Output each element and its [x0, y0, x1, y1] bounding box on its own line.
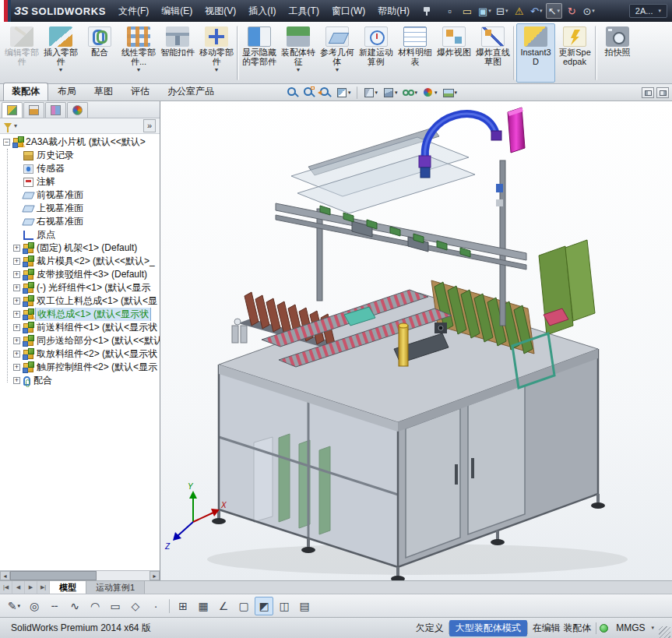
tree-expand-toggle[interactable]	[13, 351, 20, 358]
ribbon-tab[interactable]: 评估	[122, 83, 158, 100]
tree-item[interactable]: ⚠ 上视基准面	[12, 202, 160, 215]
tree-item[interactable]: ⚠ 取放料组件<2> (默认<显示状	[12, 347, 160, 361]
ribbon-button[interactable]: 智能扣件 ▼	[158, 23, 197, 83]
next-tab-button[interactable]: ▶	[25, 581, 37, 594]
hud-button[interactable]: ▾	[357, 86, 357, 99]
tree-item[interactable]: ⚠ 前送料组件<1> (默认<显示状	[12, 321, 160, 334]
ribbon-button[interactable]: 插入零部件 ▼	[41, 23, 80, 83]
sketch-tool[interactable]: ✎ ▾	[5, 597, 23, 615]
ribbon-button[interactable]: 显示隐藏的零部件 ▼	[240, 23, 279, 83]
zoom-to-area-button[interactable]: ▾	[301, 86, 317, 99]
ribbon-button[interactable]: 爆炸直线草图 ▼	[473, 23, 512, 83]
menu-item[interactable]: 文件(F)	[112, 1, 155, 22]
tree-expand-toggle[interactable]	[13, 364, 20, 371]
options-icon[interactable]: ⊙ ▾	[581, 3, 596, 19]
tree-expand-toggle[interactable]	[13, 245, 20, 252]
arc-tool[interactable]: ◠ ▾	[86, 597, 104, 615]
ribbon-button[interactable]: 编辑零部件 ▼	[2, 23, 41, 83]
tree-item[interactable]: ⚠ 收料总成<1> (默认<显示状	[12, 308, 160, 321]
property-manager-tab[interactable]	[23, 102, 44, 118]
tree-expand-toggle[interactable]	[13, 284, 20, 291]
rebuild-icon[interactable]: ↻ ▾	[564, 3, 579, 19]
scrollbar-track[interactable]	[10, 571, 150, 580]
tree-horizontal-scrollbar[interactable]: ◂ ▸	[0, 570, 160, 580]
point-tool[interactable]: · ▾	[146, 597, 165, 615]
linear-pattern-tool[interactable]: ⊞ ▾	[174, 597, 192, 615]
ribbon-button[interactable]: 移动零部件 ▼	[197, 23, 236, 83]
display-manager-tab[interactable]	[67, 102, 88, 118]
menu-item[interactable]: 插入(I)	[242, 1, 282, 22]
tree-item[interactable]: ⚠ 同步送给部分<1> (默认<<默认	[12, 334, 160, 347]
previous-tab-button[interactable]: ◀	[12, 581, 25, 594]
rectangle-tool[interactable]: ▭ ▾	[106, 597, 125, 615]
flyout-expand-button[interactable]: »	[143, 119, 156, 132]
collapse-right-pane-button[interactable]	[656, 87, 669, 98]
tree-item[interactable]: ⚠ 历史记录	[12, 149, 160, 162]
errors-icon[interactable]: ⚠ ▾	[512, 3, 527, 19]
tree-expand-toggle[interactable]	[13, 337, 20, 344]
ribbon-tab[interactable]: 布局	[49, 83, 85, 100]
feature-manager-tab[interactable]	[2, 102, 23, 118]
ribbon-button[interactable]: 装配体特征 ▼	[279, 23, 318, 83]
tree-item[interactable]: ⚠ 双工位上料总成<1> (默认<显	[12, 294, 160, 308]
tree-expand-toggle[interactable]	[13, 271, 20, 278]
ribbon-button[interactable]: 拍快照 ▼	[598, 23, 637, 83]
tree-item[interactable]: ⚠ (-) 光纤组件<1> (默认<显示	[12, 281, 160, 294]
model-top-covers[interactable]	[291, 128, 475, 213]
menu-item[interactable]: 帮助(H)	[371, 1, 416, 22]
collapse-left-pane-button[interactable]	[642, 87, 654, 98]
tree-item[interactable]: ⚠ 右视基准面	[12, 215, 160, 228]
wireframe-cube-tool[interactable]: ▢ ▾	[234, 597, 253, 615]
ribbon-tab[interactable]: 办公室产品	[159, 83, 223, 100]
ribbon-button[interactable]: ▼	[513, 26, 515, 80]
model-canvas[interactable]: Y X Z	[160, 101, 672, 580]
ribbon-button[interactable]: Instant3D ▼	[516, 23, 555, 83]
circle-tool[interactable]: ◎ ▾	[25, 597, 44, 615]
grid-tool[interactable]: ▦ ▾	[194, 597, 213, 615]
tree-item[interactable]: ⚠ 裁片模具<2> (默认<<默认>_	[12, 255, 160, 268]
view-orientation-button[interactable]: ▾	[361, 86, 381, 99]
menu-item[interactable]: 视图(V)	[199, 1, 242, 22]
scrollbar-thumb[interactable]	[10, 571, 97, 580]
tree-item[interactable]: ⚠ 前视基准面	[12, 189, 160, 202]
tree-expand-toggle[interactable]	[13, 258, 20, 265]
tree-expand-toggle[interactable]	[13, 324, 20, 331]
model-tab[interactable]: 模型	[50, 581, 86, 594]
model-tab[interactable]: 运动算例1	[86, 581, 145, 594]
ribbon-button[interactable]: ▼	[595, 26, 597, 80]
ribbon-button[interactable]: 线性零部件... ▼	[119, 23, 158, 83]
edit-appearance-button[interactable]: ▾	[420, 86, 440, 99]
tree-expand-toggle[interactable]	[13, 311, 20, 318]
tree-expand-toggle[interactable]	[13, 298, 20, 305]
undo-icon[interactable]: ↶ ▾	[529, 3, 544, 19]
polygon-tool[interactable]: ◇ ▾	[126, 597, 145, 615]
large-assembly-mode-badge[interactable]: 大型装配体模式	[449, 620, 527, 636]
first-tab-button[interactable]: |◀	[0, 581, 12, 594]
zoom-to-fit-button[interactable]: ▾	[284, 86, 301, 99]
hide-show-items-button[interactable]: ▾	[400, 86, 420, 99]
tree-expand-toggle[interactable]	[13, 377, 20, 384]
sketch-tool-button[interactable]: ▾	[169, 599, 170, 613]
tree-item[interactable]: ⚠ 皮带接驳组件<3> (Default)	[12, 268, 160, 281]
configuration-manager-tab[interactable]	[45, 102, 66, 118]
open-icon[interactable]: ▭ ▾	[459, 3, 475, 19]
new-document-icon[interactable]: ▫ ▾	[442, 3, 458, 19]
ribbon-button[interactable]: 材料明细表 ▼	[396, 23, 435, 83]
units-selector[interactable]: MMGS	[611, 622, 649, 633]
tree-item[interactable]: ⚠ 原点	[12, 228, 160, 241]
pushpin-icon[interactable]	[422, 6, 431, 16]
tree-item[interactable]: ⚠ (固定) 机架<1> (Default)	[12, 241, 160, 255]
centerline-tool[interactable]: ╌ ▾	[45, 597, 64, 615]
menu-item[interactable]: 编辑(E)	[155, 1, 199, 22]
angle-tool[interactable]: ∠ ▾	[214, 597, 233, 615]
graphics-area[interactable]: Y X Z	[160, 101, 672, 580]
menu-item[interactable]: 窗口(W)	[325, 1, 371, 22]
tree-item[interactable]: ⚠ 传感器	[12, 162, 160, 175]
select-icon[interactable]: ↖ ▾	[546, 3, 562, 19]
print-icon[interactable]: ⊟ ▾	[494, 3, 510, 19]
tree-item[interactable]: ⚠ 配合	[12, 374, 160, 387]
apply-scene-button[interactable]: ▾	[440, 86, 460, 99]
model-magenta-column[interactable]	[508, 108, 525, 153]
ribbon-button[interactable]: 配合 ▼	[80, 23, 119, 83]
section-cube-tool[interactable]: ◫ ▾	[275, 597, 294, 615]
